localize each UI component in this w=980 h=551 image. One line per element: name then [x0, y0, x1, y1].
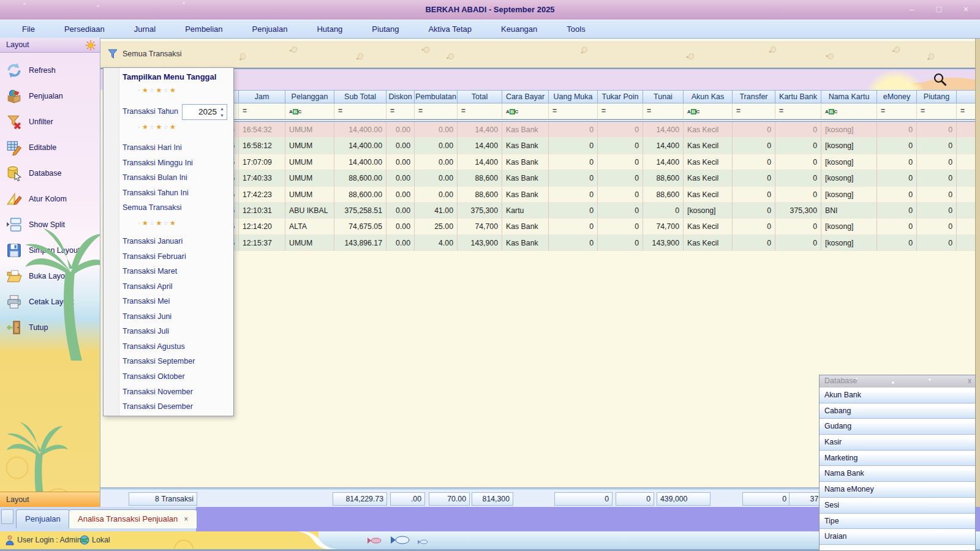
- cell-total[interactable]: 74,700: [458, 219, 502, 234]
- cell-nama-kartu[interactable]: [kosong]: [821, 219, 877, 234]
- cell-tunai[interactable]: 0: [643, 203, 684, 219]
- tab-penjualan[interactable]: Penjualan: [16, 509, 70, 528]
- close-button[interactable]: ×: [958, 3, 974, 15]
- cell-pelanggan[interactable]: UMUM: [285, 170, 334, 186]
- cell-sub-total[interactable]: 88,600.00: [334, 170, 386, 186]
- cell-diskon[interactable]: 0.00: [386, 122, 415, 138]
- cell-diskon[interactable]: 0.00: [386, 154, 415, 170]
- cell-pelanggan[interactable]: UMUM: [285, 187, 334, 203]
- filter-cell-col17[interactable]: =: [957, 103, 975, 119]
- column-header-total[interactable]: Total: [458, 90, 502, 103]
- cell-nama-kartu[interactable]: [kosong]: [821, 122, 877, 138]
- cell-jam[interactable]: 17:42:23: [239, 187, 285, 203]
- filter-cell-akun-kas[interactable]: ABC: [684, 103, 733, 119]
- cell-transfer[interactable]: 0: [733, 138, 775, 154]
- cell-pelanggan[interactable]: UMUM: [285, 235, 334, 251]
- database-item-sesi[interactable]: Sesi: [820, 498, 975, 514]
- cell-akun-kas[interactable]: Kas Kecil: [684, 122, 733, 138]
- cell-cara-bayar[interactable]: Kas Bank: [502, 154, 549, 170]
- cell-tukar-poin[interactable]: 0: [598, 138, 643, 154]
- cell-transfer[interactable]: 0: [733, 235, 775, 251]
- menu-item-hutang[interactable]: Hutang: [302, 21, 357, 38]
- cell-sub-total[interactable]: 74,675.05: [334, 219, 386, 234]
- popup-link-transaksi-september[interactable]: Transaksi September: [123, 357, 195, 365]
- cell-pelanggan[interactable]: ALTA: [285, 219, 334, 234]
- popup-link-transaksi-oktober[interactable]: Transaksi Oktober: [123, 372, 185, 381]
- cell-emoney[interactable]: 0: [877, 235, 917, 251]
- cell-uang-muka[interactable]: 0: [549, 219, 598, 234]
- cell-uang-muka[interactable]: 0: [549, 203, 598, 219]
- cell-emoney[interactable]: 0: [877, 219, 917, 234]
- cell-tunai[interactable]: 14,400: [643, 122, 684, 138]
- cell-kartu-bank[interactable]: 0: [775, 170, 821, 186]
- menu-item-pembelian[interactable]: Pembelian: [170, 21, 237, 38]
- cell-uang-muka[interactable]: 0: [549, 170, 598, 186]
- cell-jam[interactable]: 12:10:31: [239, 203, 285, 219]
- cell-transfer[interactable]: 0: [733, 203, 775, 219]
- cell-col17[interactable]: 0: [957, 219, 975, 234]
- filter-cell-tukar-poin[interactable]: =: [598, 103, 643, 119]
- column-header-jam[interactable]: Jam: [239, 90, 285, 103]
- cell-sub-total[interactable]: 14,400.00: [334, 154, 386, 170]
- cell-tunai[interactable]: 143,900: [643, 235, 684, 251]
- cell-total[interactable]: 88,600: [458, 170, 502, 186]
- menu-item-file[interactable]: File: [7, 21, 50, 38]
- cell-pelanggan[interactable]: ABU IKBAL: [285, 203, 334, 219]
- cell-tukar-poin[interactable]: 0: [598, 154, 643, 170]
- column-header-emoney[interactable]: eMoney: [877, 90, 917, 103]
- cell-emoney[interactable]: 0: [877, 170, 917, 186]
- popup-link-transaksi-mei[interactable]: Transaksi Mei: [123, 297, 170, 305]
- cell-jam[interactable]: 17:07:09: [239, 154, 285, 170]
- popup-link-transaksi-maret[interactable]: Transaksi Maret: [123, 267, 177, 276]
- cell-col17[interactable]: 0: [957, 170, 975, 186]
- sidebar-item-refresh[interactable]: Refresh: [0, 58, 100, 83]
- cell-uang-muka[interactable]: 0: [549, 138, 598, 154]
- menu-item-piutang[interactable]: Piutang: [357, 21, 413, 38]
- menu-item-jurnal[interactable]: Jurnal: [119, 21, 170, 38]
- year-spinner[interactable]: 2025 ▲ ▼: [182, 104, 227, 120]
- cell-total[interactable]: 88,600: [458, 187, 502, 203]
- cell-diskon[interactable]: 0.00: [386, 203, 415, 219]
- cell-transfer[interactable]: 0: [733, 219, 775, 234]
- tab-scroll-button[interactable]: [1, 509, 13, 524]
- cell-pembulatan[interactable]: 0.00: [415, 187, 458, 203]
- filter-cell-jam[interactable]: =: [239, 103, 285, 119]
- popup-link-transaksi-desember[interactable]: Transaksi Desember: [123, 402, 193, 411]
- menu-item-persediaan[interactable]: Persediaan: [50, 21, 119, 38]
- cell-kartu-bank[interactable]: 0: [775, 187, 821, 203]
- column-header-tukar-poin[interactable]: Tukar Poin: [598, 90, 643, 103]
- cell-tunai[interactable]: 14,400: [643, 154, 684, 170]
- column-header-sub-total[interactable]: Sub Total: [334, 90, 386, 103]
- cell-akun-kas[interactable]: Kas Kecil: [684, 154, 733, 170]
- cell-pembulatan[interactable]: 41.00: [415, 203, 458, 219]
- cell-kartu-bank[interactable]: 375,300: [775, 203, 821, 219]
- cell-piutang[interactable]: 0: [917, 235, 957, 251]
- filter-cell-sub-total[interactable]: =: [334, 103, 386, 119]
- column-header-akun-kas[interactable]: Akun Kas: [684, 90, 733, 103]
- database-item-tipe[interactable]: Tipe: [820, 514, 975, 530]
- menu-item-tools[interactable]: Tools: [552, 21, 600, 38]
- cell-tunai[interactable]: 74,700: [643, 219, 684, 234]
- cell-emoney[interactable]: 0: [877, 187, 917, 203]
- cell-nama-kartu[interactable]: BNI: [821, 203, 877, 219]
- cell-kartu-bank[interactable]: 0: [775, 154, 821, 170]
- cell-jam[interactable]: 12:14:20: [239, 219, 285, 234]
- cell-cara-bayar[interactable]: Kas Bank: [502, 187, 549, 203]
- popup-link-transaksi-hari-ini[interactable]: Transaksi Hari Ini: [123, 143, 182, 152]
- cell-cara-bayar[interactable]: Kartu: [502, 203, 549, 219]
- cell-transfer[interactable]: 0: [733, 170, 775, 186]
- cell-pembulatan[interactable]: 0.00: [415, 154, 458, 170]
- cell-total[interactable]: 14,400: [458, 122, 502, 138]
- sidebar-item-atur-kolom[interactable]: Atur Kolom: [0, 186, 100, 212]
- filter-cell-total[interactable]: =: [458, 103, 502, 119]
- cell-col17[interactable]: 0: [957, 235, 975, 251]
- cell-jam[interactable]: 16:58:12: [239, 138, 285, 154]
- cell-piutang[interactable]: 0: [917, 187, 957, 203]
- cell-diskon[interactable]: 0.00: [386, 187, 415, 203]
- cell-total[interactable]: 143,900: [458, 235, 502, 251]
- database-item-kasir[interactable]: Kasir: [820, 435, 975, 451]
- column-header-tunai[interactable]: Tunai: [643, 90, 684, 103]
- magnifier-icon[interactable]: [932, 72, 948, 88]
- cell-akun-kas[interactable]: Kas Kecil: [684, 138, 733, 154]
- database-item-uraian[interactable]: Uraian: [820, 529, 975, 545]
